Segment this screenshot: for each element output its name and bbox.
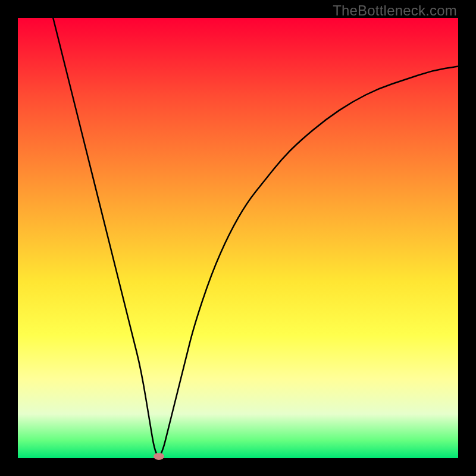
minimum-marker xyxy=(154,453,164,460)
watermark-text: TheBottleneck.com xyxy=(333,2,457,19)
chart-container: TheBottleneck.com xyxy=(0,0,476,476)
bottleneck-curve xyxy=(18,18,458,458)
plot-area xyxy=(18,18,458,458)
